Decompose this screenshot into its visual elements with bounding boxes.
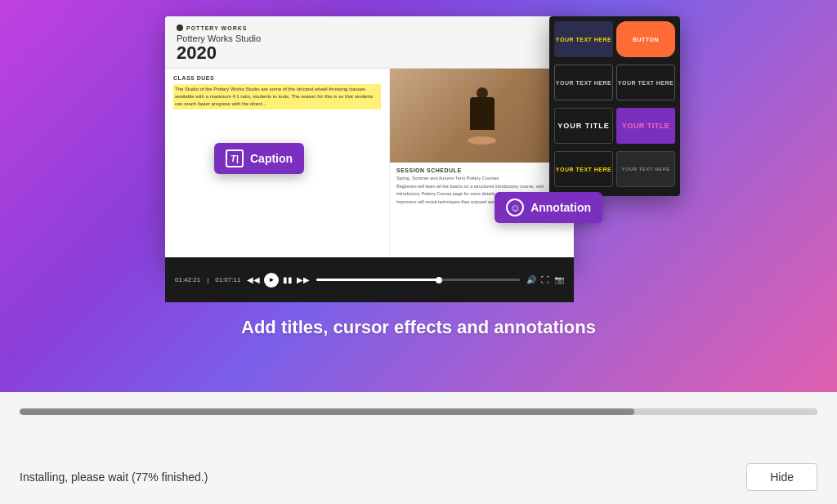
video-total-time: | [207, 276, 208, 283]
highlighted-text: The Studio of the Pottery Works Studio a… [173, 84, 381, 109]
camera-icon[interactable]: 📷 [554, 275, 564, 284]
style-item-2[interactable]: BUTTON [616, 21, 675, 57]
bottom-section: Installing, please wait (77% finished.) … [0, 392, 837, 504]
doc-right: SESSION SCHEDULE Spring, Summer and Autu… [390, 69, 574, 256]
fullscreen-icon[interactable]: ⛶ [541, 275, 549, 284]
caption-icon-text: T| [231, 154, 239, 163]
pottery-header: POTTERY WORKS [177, 25, 562, 31]
volume-icon[interactable]: 🔊 [526, 275, 536, 284]
video-end-time: 01:07:11 [215, 276, 240, 283]
pottery-figure [462, 87, 503, 145]
doc-top: POTTERY WORKS Pottery Works Studio 2020 [165, 16, 574, 69]
pottery-wheel [468, 136, 496, 145]
video-progress-fill [316, 279, 438, 281]
bottom-row: Installing, please wait (77% finished.) … [20, 463, 817, 491]
doc-year: 2020 [177, 43, 562, 63]
video-player: 01:42:21 | 01:07:11 ◀◀ ► ▮▮ ▶▶ 🔊 ⛶ 📷 [165, 257, 574, 302]
play-button[interactable]: ► [264, 273, 279, 288]
hide-button[interactable]: Hide [746, 463, 817, 491]
status-text: Installing, please wait (77% finished.) [20, 471, 208, 484]
style-item-4[interactable]: YOUR TEXT HERE [616, 65, 675, 100]
skip-forward-button[interactable]: ▶▶ [297, 275, 310, 284]
top-section: POTTERY WORKS Pottery Works Studio 2020 … [0, 0, 837, 392]
pottery-image [390, 69, 574, 163]
skip-back-button[interactable]: ◀◀ [247, 275, 260, 284]
install-progress-fill [20, 408, 634, 415]
person-body [470, 97, 495, 130]
style-item-5[interactable]: YOUR TITLE [554, 108, 613, 144]
pottery-dot-icon [177, 25, 183, 31]
annotation-badge[interactable]: ☺ Annotation [495, 192, 602, 223]
install-progress-track [20, 408, 817, 415]
annotation-icon-text: ☺ [509, 202, 520, 214]
pause-button[interactable]: ▮▮ [283, 275, 293, 284]
style-item-3[interactable]: YOUR TEXT HERE [554, 65, 613, 100]
annotation-smiley-icon: ☺ [506, 198, 524, 216]
preview-container: POTTERY WORKS Pottery Works Studio 2020 … [157, 16, 680, 302]
style-item-1[interactable]: YOUR TEXT HERE [554, 21, 613, 57]
session-schedule-label: SESSION SCHEDULE [396, 167, 567, 173]
video-right-controls: 🔊 ⛶ 📷 [526, 275, 564, 284]
style-panel: YOUR TEXT HERE BUTTON YOUR TEXT HERE YOU… [549, 16, 680, 196]
video-progress-bar[interactable] [316, 279, 520, 281]
main-headline: Add titles, cursor effects and annotatio… [241, 317, 596, 338]
pottery-placeholder [390, 69, 574, 163]
caption-label: Caption [250, 152, 293, 165]
doc-title: Pottery Works Studio [177, 33, 562, 43]
style-item-8[interactable]: YOUR TEXT HERE [616, 151, 675, 187]
pottery-header-label: POTTERY WORKS [186, 25, 247, 31]
video-controls: ◀◀ ► ▮▮ ▶▶ [247, 273, 310, 288]
annotation-label: Annotation [530, 201, 591, 214]
style-item-7[interactable]: YOUR TEXT HERE [554, 151, 613, 187]
video-current-time: 01:42:21 [175, 276, 200, 283]
style-item-6[interactable]: YOUR TITLE [616, 108, 675, 144]
caption-text-icon: T| [226, 149, 244, 167]
caption-badge[interactable]: T| Caption [214, 143, 304, 174]
video-progress-dot [436, 277, 442, 283]
session-text: Spring, Summer and Autumn Term Pottery C… [396, 175, 567, 181]
class-dues-label: CLASS DUES [173, 75, 381, 81]
